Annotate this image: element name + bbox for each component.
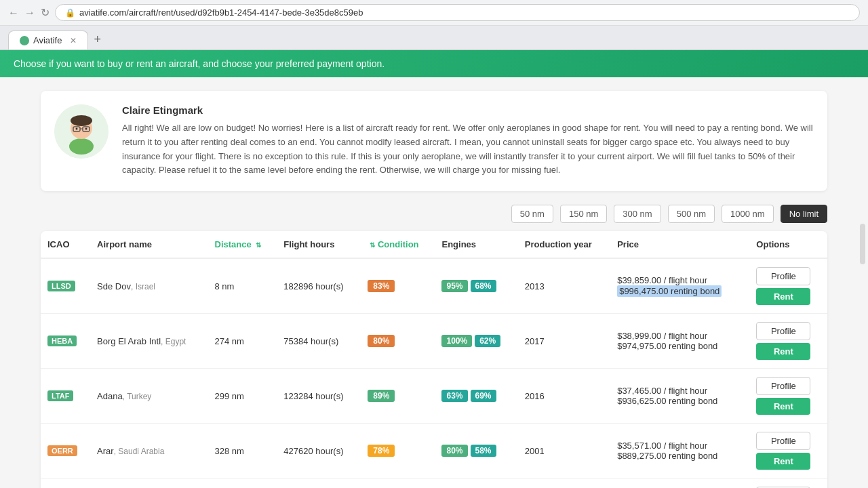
distance: 299 nm [208, 369, 277, 424]
tab-close-icon[interactable]: ✕ [70, 36, 77, 45]
avatar [54, 104, 108, 159]
airport-name: Arar [97, 446, 114, 456]
col-engines: Engines [435, 231, 517, 258]
flight-hours: 75384 hour(s) [277, 314, 361, 369]
rent-button[interactable]: Rent [756, 343, 810, 360]
advisor-name: Claire Etingmark [122, 104, 814, 116]
distance-300nm[interactable]: 300 nm [614, 205, 660, 223]
url-text: aviatife.com/aircraft/rent/used/d92fb9b1… [79, 7, 363, 18]
svg-point-8 [85, 128, 87, 130]
production-year: 2001 [518, 424, 610, 479]
engine1-badge: 80% [441, 445, 467, 457]
advisor-text: Claire Etingmark All right! We all are l… [122, 104, 814, 178]
col-price: Price [610, 231, 749, 258]
options-cell: Profile Rent [756, 267, 821, 305]
renting-bond: $889,275.00 renting bond [617, 451, 743, 461]
engine1-badge: 63% [441, 390, 467, 402]
condition-badge: 89% [368, 390, 395, 402]
col-production-year: Production year [518, 231, 610, 258]
table-row: LTAF Adana, Turkey 299 nm 123284 hour(s)… [41, 369, 827, 424]
production-year: 2016 [518, 369, 610, 424]
airport-name: Adana [97, 391, 123, 401]
new-tab-button[interactable]: + [88, 33, 106, 47]
rent-button[interactable]: Rent [756, 398, 810, 415]
scrollbar[interactable] [860, 224, 865, 264]
condition-badge: 78% [368, 445, 395, 457]
production-year: 2017 [518, 314, 610, 369]
engine1-badge: 100% [441, 335, 472, 347]
svg-point-3 [71, 115, 92, 126]
col-distance[interactable]: Distance ⇅ [208, 231, 277, 258]
profile-button[interactable]: Profile [756, 377, 810, 395]
distance-1000nm[interactable]: 1000 nm [722, 205, 774, 223]
distance: 274 nm [208, 314, 277, 369]
profile-button[interactable]: Profile [756, 267, 810, 285]
tab-favicon [20, 36, 29, 45]
distance-nolimit[interactable]: No limit [781, 205, 827, 223]
icao-badge: LTAF [47, 390, 73, 401]
flight-hours: 182896 hour(s) [277, 258, 361, 314]
nav-forward-button[interactable]: → [24, 7, 35, 19]
aircraft-table: ICAO Airport name Distance ⇅ Flight hour… [41, 231, 827, 488]
distance: 328 nm [208, 424, 277, 479]
airport-name: Borg El Arab Intl [97, 336, 161, 346]
engine-badges: 63% 69% [441, 390, 511, 402]
profile-button[interactable]: Profile [756, 432, 810, 450]
airport-country: , Egypt [161, 337, 186, 346]
svg-point-1 [69, 138, 94, 155]
sort-icon-condition: ⇅ [370, 241, 375, 249]
nav-back-button[interactable]: ← [8, 7, 19, 19]
airport-country: , Saudi Arabia [114, 447, 165, 456]
sort-icon: ⇅ [256, 241, 261, 249]
icao-badge: HEBA [47, 336, 77, 346]
flight-hours: 16809 hour(s) [277, 479, 361, 488]
engine-badges: 100% 62% [441, 335, 511, 347]
engine2-badge: 68% [471, 280, 496, 292]
rent-button[interactable]: Rent [756, 288, 810, 305]
col-airport: Airport name [90, 231, 208, 258]
active-tab[interactable]: Aviatife ✕ [8, 30, 88, 49]
url-bar[interactable]: 🔒 aviatife.com/aircraft/rent/used/d92fb9… [55, 4, 860, 21]
condition-badge: 83% [368, 280, 395, 292]
advisor-message: All right! We all are low on budget! No … [122, 121, 814, 178]
table-row: LLSD Sde Dov, Israel 8 nm 182896 hour(s)… [41, 258, 827, 314]
airport-name: Sde Dov [97, 281, 131, 291]
col-options: Options [749, 231, 827, 258]
engine2-badge: 58% [471, 445, 496, 457]
options-cell: Profile Rent [756, 322, 821, 360]
airport-country: , Turkey [123, 392, 152, 401]
engine-badges: 95% 68% [441, 280, 511, 292]
price-per-hour: $37,465.00 / flight hour [617, 386, 743, 396]
price-per-hour: $38,999.00 / flight hour [617, 331, 743, 341]
production-year: 2020 [518, 479, 610, 488]
col-icao: ICAO [41, 231, 90, 258]
renting-bond: $974,975.00 renting bond [617, 341, 743, 351]
renting-bond: $936,625.00 renting bond [617, 396, 743, 406]
nav-reload-button[interactable]: ↻ [41, 6, 50, 19]
distance-500nm[interactable]: 500 nm [668, 205, 715, 223]
renting-bond: $996,475.00 renting bond [617, 285, 722, 297]
lock-icon: 🔒 [65, 8, 75, 18]
price-per-hour: $39,859.00 / flight hour [617, 275, 743, 285]
table-row: OERR Arar, Saudi Arabia 328 nm 16809 hou… [41, 479, 827, 488]
top-banner: Choose if you want to buy or rent an air… [0, 50, 868, 77]
distance-filter: 50 nm 150 nm 300 nm 500 nm 1000 nm No li… [41, 205, 827, 223]
flight-hours: 123284 hour(s) [277, 369, 361, 424]
rent-button[interactable]: Rent [756, 453, 810, 470]
distance-150nm[interactable]: 150 nm [560, 205, 607, 223]
distance: 8 nm [208, 258, 277, 314]
distance: 328 nm [208, 479, 277, 488]
col-condition: ⇅ Condition [361, 231, 435, 258]
table-row: OERR Arar, Saudi Arabia 328 nm 427620 ho… [41, 424, 827, 479]
flight-hours: 427620 hour(s) [277, 424, 361, 479]
engine2-badge: 62% [475, 335, 500, 347]
svg-point-7 [76, 128, 78, 130]
options-cell: Profile Rent [756, 432, 821, 470]
tab-label: Aviatife [33, 35, 62, 45]
options-cell: Profile Rent [756, 377, 821, 415]
icao-badge: OERR [47, 445, 77, 456]
condition-badge: 80% [368, 335, 395, 347]
engine1-badge: 95% [441, 280, 467, 292]
distance-50nm[interactable]: 50 nm [511, 205, 553, 223]
profile-button[interactable]: Profile [756, 322, 810, 340]
